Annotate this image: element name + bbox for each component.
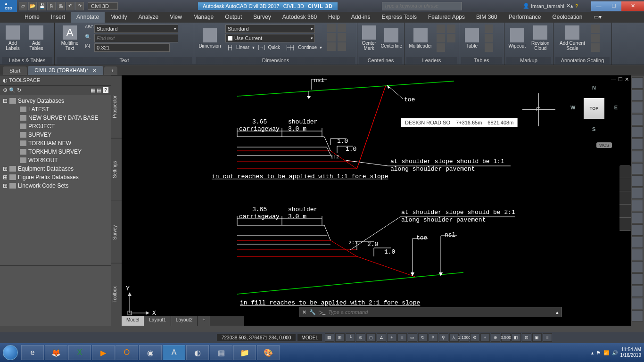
app-logo[interactable]: AC3D: [0, 0, 17, 12]
find-text-input[interactable]: [94, 34, 178, 42]
panel-title-leaders[interactable]: Leaders: [406, 57, 457, 64]
hw-toggle-icon[interactable]: ⊡: [522, 333, 531, 342]
taskbar-chrome-icon[interactable]: ◉: [139, 345, 162, 360]
dim-tool2-icon[interactable]: [327, 33, 336, 41]
tab-featuredapps[interactable]: Featured Apps: [422, 12, 471, 23]
vtab-toolbox[interactable]: Toolbox: [111, 263, 122, 326]
quick-button[interactable]: |→| Quick: [257, 44, 283, 50]
status-elev[interactable]: 3.500: [501, 333, 511, 342]
canvas-max-icon[interactable]: ☐: [618, 76, 623, 82]
tray-vol-icon[interactable]: 🔊: [612, 350, 618, 355]
panel-title-text[interactable]: Text: [57, 57, 192, 64]
qat-open-icon[interactable]: 📂: [28, 2, 37, 10]
rtool-7-icon[interactable]: [632, 151, 643, 162]
nav-showmotion-icon[interactable]: [619, 218, 631, 231]
tree-item[interactable]: SURVEY: [1, 131, 110, 139]
tree-item[interactable]: PROJECT: [1, 122, 110, 131]
drawing-canvas[interactable]: — ☐ ✕ nsl toe 3.65 ca: [122, 75, 631, 326]
leader-tool1-icon[interactable]: [437, 25, 445, 33]
dim-tool6-icon[interactable]: [338, 42, 346, 51]
iso-toggle-icon[interactable]: ◧: [512, 333, 521, 342]
ts-tool4-icon[interactable]: ▦: [91, 87, 95, 93]
vtab-prospector[interactable]: Prospector: [111, 75, 122, 138]
rtool-19-icon[interactable]: [632, 298, 643, 309]
add-labels-button[interactable]: Add Labels: [2, 24, 24, 53]
exchange-icon[interactable]: ✕▴: [566, 3, 573, 9]
tray-flag-icon[interactable]: ⚑: [596, 350, 601, 355]
clock[interactable]: 11:54 AM 1/16/2019: [620, 347, 642, 358]
taskbar-excel-icon[interactable]: X: [68, 345, 91, 360]
qat-plot-icon[interactable]: 🖶: [57, 2, 65, 10]
canvas-min-icon[interactable]: —: [611, 76, 616, 82]
tree-figure[interactable]: ⊞ Figure Prefix Databases: [1, 173, 110, 181]
rtool-16-icon[interactable]: [632, 261, 643, 272]
ann-toggle-icon[interactable]: ⚲: [429, 333, 438, 342]
rtool-2-icon[interactable]: [632, 90, 643, 101]
rtool-17-icon[interactable]: [632, 273, 643, 285]
tab-addins[interactable]: Add-ins: [346, 12, 376, 23]
tab-annotate[interactable]: Annotate: [71, 12, 105, 23]
taskbar-app1-icon[interactable]: ◐: [186, 345, 209, 360]
taskbar-outlook-icon[interactable]: O: [116, 345, 138, 360]
rtool-13-icon[interactable]: [632, 224, 643, 236]
dim-style-dropdown[interactable]: Standard: [225, 25, 315, 33]
tab-manage[interactable]: Manage: [188, 12, 219, 23]
command-bar[interactable]: ✕ 🔧 ▷_ ▴: [299, 307, 562, 317]
command-input[interactable]: [328, 309, 553, 315]
scale-tool1-icon[interactable]: [591, 25, 600, 33]
elev-icon[interactable]: ⊕: [491, 333, 500, 342]
qat-undo-icon[interactable]: ↶: [66, 2, 74, 10]
nav-orbit-icon[interactable]: [619, 205, 631, 218]
rtool-6-icon[interactable]: [632, 139, 643, 150]
ts-tool3-icon[interactable]: ↻: [17, 87, 21, 93]
viewcube-face-top[interactable]: TOP: [584, 98, 604, 119]
centerline-button[interactable]: Centerline: [380, 24, 402, 53]
linear-button[interactable]: ├┤ Linear ▾: [225, 44, 256, 50]
tab-analyze[interactable]: Analyze: [132, 12, 164, 23]
rtool-1-icon[interactable]: [632, 77, 643, 89]
status-mode[interactable]: MODEL: [297, 334, 322, 341]
table-tool1-icon[interactable]: [485, 25, 493, 33]
revision-cloud-button[interactable]: Revision Cloud: [530, 24, 552, 53]
ortho-toggle-icon[interactable]: └: [346, 333, 355, 342]
taskbar-explorer-icon[interactable]: 📁: [233, 345, 256, 360]
anno2-icon[interactable]: ⚲: [439, 333, 448, 342]
tab-bim360[interactable]: BIM 360: [471, 12, 503, 23]
system-tray[interactable]: ▴ ⚑ 📶 🔊 11:54 AM 1/16/2019: [591, 347, 644, 358]
maximize-button[interactable]: ☐: [606, 1, 621, 11]
multileader-button[interactable]: Multileader: [406, 24, 435, 53]
minimize-button[interactable]: —: [591, 1, 606, 11]
rtool-18-icon[interactable]: [632, 286, 643, 297]
dyn-toggle-icon[interactable]: +: [387, 333, 396, 342]
leader-tool5-icon[interactable]: [447, 34, 455, 42]
tab-expresstools[interactable]: Express Tools: [376, 12, 422, 23]
mtext-button[interactable]: AMultiline Text: [57, 24, 83, 53]
text-height-input[interactable]: [94, 43, 170, 52]
ts-tool2-icon[interactable]: 🔍: [9, 87, 16, 93]
snap-toggle-icon[interactable]: ⊞: [335, 333, 345, 342]
file-tab-close-icon[interactable]: ✕: [92, 67, 97, 73]
tree-item[interactable]: NEW SURVEY DATA BASE: [1, 114, 110, 122]
osnap-toggle-icon[interactable]: ◻: [366, 333, 376, 342]
tab-home[interactable]: Home: [19, 12, 45, 23]
help-icon[interactable]: ?: [575, 3, 578, 9]
dim-tool5-icon[interactable]: [338, 33, 346, 41]
ts-tool5-icon[interactable]: ▤: [97, 87, 101, 93]
text-style-dropdown[interactable]: Standard: [94, 25, 178, 33]
rtool-14-icon[interactable]: [632, 237, 643, 248]
mon-toggle-icon[interactable]: +: [480, 333, 490, 342]
rtool-11-icon[interactable]: [632, 200, 643, 211]
clean-toggle-icon[interactable]: ▣: [532, 333, 542, 342]
nav-pan-icon[interactable]: [619, 178, 631, 191]
panel-title-labels[interactable]: Labels & Tables: [2, 57, 52, 64]
user-area[interactable]: 👤 imran_tamrahi ✕▴ ?: [523, 3, 578, 9]
tab-view[interactable]: View: [164, 12, 188, 23]
viewcube[interactable]: TOP N S E W: [570, 85, 618, 132]
wipeout-button[interactable]: Wipeout: [506, 24, 528, 53]
panel-title-dimensions[interactable]: Dimensions: [196, 57, 355, 64]
tree-root-survey[interactable]: ⊟ Survey Databases: [1, 97, 110, 105]
wcs-badge[interactable]: WCS: [596, 142, 612, 148]
rtool-10-icon[interactable]: [632, 188, 643, 199]
panel-title-tables[interactable]: Tables: [461, 57, 502, 64]
canvas-close-icon[interactable]: ✕: [625, 76, 629, 82]
